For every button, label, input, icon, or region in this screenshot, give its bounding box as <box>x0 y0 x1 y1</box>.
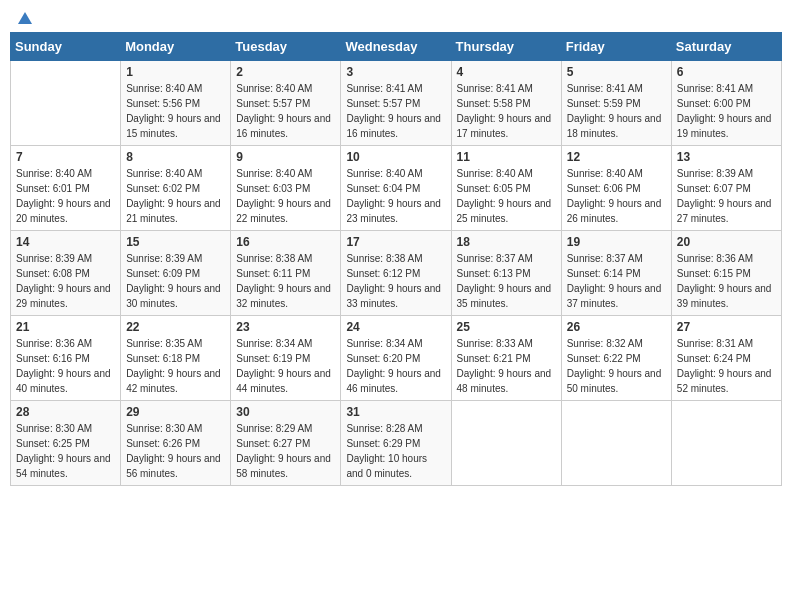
day-number: 28 <box>16 405 115 419</box>
sunset: Sunset: 6:04 PM <box>346 183 420 194</box>
calendar-cell: 6 Sunrise: 8:41 AM Sunset: 6:00 PM Dayli… <box>671 61 781 146</box>
daylight: Daylight: 9 hours and 23 minutes. <box>346 198 441 224</box>
calendar-cell: 31 Sunrise: 8:28 AM Sunset: 6:29 PM Dayl… <box>341 401 451 486</box>
day-info: Sunrise: 8:36 AM Sunset: 6:16 PM Dayligh… <box>16 336 115 396</box>
sunrise: Sunrise: 8:41 AM <box>457 83 533 94</box>
day-info: Sunrise: 8:31 AM Sunset: 6:24 PM Dayligh… <box>677 336 776 396</box>
day-number: 15 <box>126 235 225 249</box>
sunrise: Sunrise: 8:28 AM <box>346 423 422 434</box>
sunrise: Sunrise: 8:41 AM <box>567 83 643 94</box>
daylight: Daylight: 9 hours and 37 minutes. <box>567 283 662 309</box>
sunset: Sunset: 6:20 PM <box>346 353 420 364</box>
daylight: Daylight: 9 hours and 58 minutes. <box>236 453 331 479</box>
sunrise: Sunrise: 8:37 AM <box>567 253 643 264</box>
day-number: 21 <box>16 320 115 334</box>
calendar-cell: 16 Sunrise: 8:38 AM Sunset: 6:11 PM Dayl… <box>231 231 341 316</box>
sunrise: Sunrise: 8:40 AM <box>457 168 533 179</box>
day-number: 18 <box>457 235 556 249</box>
sunset: Sunset: 6:27 PM <box>236 438 310 449</box>
daylight: Daylight: 9 hours and 42 minutes. <box>126 368 221 394</box>
calendar-cell: 19 Sunrise: 8:37 AM Sunset: 6:14 PM Dayl… <box>561 231 671 316</box>
calendar-cell: 27 Sunrise: 8:31 AM Sunset: 6:24 PM Dayl… <box>671 316 781 401</box>
calendar-cell: 24 Sunrise: 8:34 AM Sunset: 6:20 PM Dayl… <box>341 316 451 401</box>
sunset: Sunset: 6:16 PM <box>16 353 90 364</box>
day-info: Sunrise: 8:39 AM Sunset: 6:08 PM Dayligh… <box>16 251 115 311</box>
day-info: Sunrise: 8:40 AM Sunset: 6:04 PM Dayligh… <box>346 166 445 226</box>
calendar-cell: 12 Sunrise: 8:40 AM Sunset: 6:06 PM Dayl… <box>561 146 671 231</box>
daylight: Daylight: 9 hours and 56 minutes. <box>126 453 221 479</box>
day-info: Sunrise: 8:28 AM Sunset: 6:29 PM Dayligh… <box>346 421 445 481</box>
day-info: Sunrise: 8:40 AM Sunset: 6:06 PM Dayligh… <box>567 166 666 226</box>
sunset: Sunset: 6:01 PM <box>16 183 90 194</box>
calendar-cell: 22 Sunrise: 8:35 AM Sunset: 6:18 PM Dayl… <box>121 316 231 401</box>
sunset: Sunset: 5:57 PM <box>346 98 420 109</box>
day-info: Sunrise: 8:38 AM Sunset: 6:12 PM Dayligh… <box>346 251 445 311</box>
sunset: Sunset: 5:56 PM <box>126 98 200 109</box>
sunset: Sunset: 6:22 PM <box>567 353 641 364</box>
daylight: Daylight: 9 hours and 46 minutes. <box>346 368 441 394</box>
day-info: Sunrise: 8:30 AM Sunset: 6:26 PM Dayligh… <box>126 421 225 481</box>
sunset: Sunset: 6:03 PM <box>236 183 310 194</box>
day-info: Sunrise: 8:37 AM Sunset: 6:13 PM Dayligh… <box>457 251 556 311</box>
calendar-cell <box>11 61 121 146</box>
sunrise: Sunrise: 8:36 AM <box>677 253 753 264</box>
day-number: 6 <box>677 65 776 79</box>
sunset: Sunset: 6:12 PM <box>346 268 420 279</box>
calendar-cell <box>671 401 781 486</box>
sunset: Sunset: 5:59 PM <box>567 98 641 109</box>
sunrise: Sunrise: 8:40 AM <box>126 168 202 179</box>
calendar-cell: 23 Sunrise: 8:34 AM Sunset: 6:19 PM Dayl… <box>231 316 341 401</box>
sunset: Sunset: 6:00 PM <box>677 98 751 109</box>
day-number: 12 <box>567 150 666 164</box>
calendar-week-5: 28 Sunrise: 8:30 AM Sunset: 6:25 PM Dayl… <box>11 401 782 486</box>
sunrise: Sunrise: 8:39 AM <box>16 253 92 264</box>
calendar-week-3: 14 Sunrise: 8:39 AM Sunset: 6:08 PM Dayl… <box>11 231 782 316</box>
calendar-cell: 21 Sunrise: 8:36 AM Sunset: 6:16 PM Dayl… <box>11 316 121 401</box>
day-info: Sunrise: 8:40 AM Sunset: 6:03 PM Dayligh… <box>236 166 335 226</box>
calendar-cell <box>451 401 561 486</box>
sunrise: Sunrise: 8:31 AM <box>677 338 753 349</box>
sunrise: Sunrise: 8:32 AM <box>567 338 643 349</box>
day-number: 10 <box>346 150 445 164</box>
sunset: Sunset: 6:14 PM <box>567 268 641 279</box>
daylight: Daylight: 9 hours and 19 minutes. <box>677 113 772 139</box>
daylight: Daylight: 9 hours and 27 minutes. <box>677 198 772 224</box>
day-number: 30 <box>236 405 335 419</box>
day-info: Sunrise: 8:40 AM Sunset: 5:56 PM Dayligh… <box>126 81 225 141</box>
day-info: Sunrise: 8:38 AM Sunset: 6:11 PM Dayligh… <box>236 251 335 311</box>
sunrise: Sunrise: 8:30 AM <box>16 423 92 434</box>
sunset: Sunset: 6:15 PM <box>677 268 751 279</box>
sunset: Sunset: 6:08 PM <box>16 268 90 279</box>
sunrise: Sunrise: 8:38 AM <box>346 253 422 264</box>
daylight: Daylight: 9 hours and 52 minutes. <box>677 368 772 394</box>
sunset: Sunset: 6:26 PM <box>126 438 200 449</box>
calendar-cell: 13 Sunrise: 8:39 AM Sunset: 6:07 PM Dayl… <box>671 146 781 231</box>
calendar-cell: 29 Sunrise: 8:30 AM Sunset: 6:26 PM Dayl… <box>121 401 231 486</box>
sunset: Sunset: 6:06 PM <box>567 183 641 194</box>
calendar-cell: 9 Sunrise: 8:40 AM Sunset: 6:03 PM Dayli… <box>231 146 341 231</box>
day-info: Sunrise: 8:36 AM Sunset: 6:15 PM Dayligh… <box>677 251 776 311</box>
calendar-week-4: 21 Sunrise: 8:36 AM Sunset: 6:16 PM Dayl… <box>11 316 782 401</box>
daylight: Daylight: 9 hours and 25 minutes. <box>457 198 552 224</box>
daylight: Daylight: 9 hours and 54 minutes. <box>16 453 111 479</box>
calendar-header-row: SundayMondayTuesdayWednesdayThursdayFrid… <box>11 33 782 61</box>
sunset: Sunset: 6:21 PM <box>457 353 531 364</box>
day-number: 1 <box>126 65 225 79</box>
sunset: Sunset: 5:58 PM <box>457 98 531 109</box>
day-number: 29 <box>126 405 225 419</box>
day-header-friday: Friday <box>561 33 671 61</box>
sunrise: Sunrise: 8:36 AM <box>16 338 92 349</box>
day-header-sunday: Sunday <box>11 33 121 61</box>
page-header <box>10 10 782 24</box>
calendar-table: SundayMondayTuesdayWednesdayThursdayFrid… <box>10 32 782 486</box>
daylight: Daylight: 9 hours and 30 minutes. <box>126 283 221 309</box>
daylight: Daylight: 9 hours and 39 minutes. <box>677 283 772 309</box>
day-number: 17 <box>346 235 445 249</box>
sunrise: Sunrise: 8:40 AM <box>346 168 422 179</box>
calendar-cell: 10 Sunrise: 8:40 AM Sunset: 6:04 PM Dayl… <box>341 146 451 231</box>
daylight: Daylight: 9 hours and 44 minutes. <box>236 368 331 394</box>
day-number: 31 <box>346 405 445 419</box>
day-info: Sunrise: 8:40 AM Sunset: 6:05 PM Dayligh… <box>457 166 556 226</box>
daylight: Daylight: 9 hours and 17 minutes. <box>457 113 552 139</box>
daylight: Daylight: 9 hours and 21 minutes. <box>126 198 221 224</box>
